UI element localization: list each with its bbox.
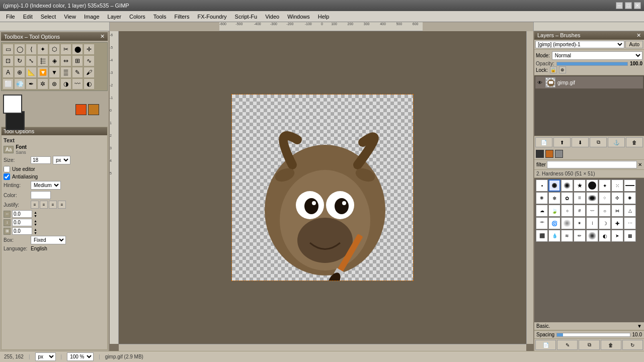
box-select[interactable]: Fixed Dynamic	[31, 236, 66, 244]
tool-perspective[interactable]: ◈	[49, 55, 60, 66]
minimize-button[interactable]: ─	[616, 2, 623, 9]
tool-smudge[interactable]: 〰	[72, 78, 83, 89]
unit-selector[interactable]: px % mm	[35, 352, 56, 361]
brush-item-dots[interactable]: ⠿	[574, 192, 586, 204]
opacity-slider[interactable]	[556, 62, 628, 66]
brush-item-cloud[interactable]: ☁	[536, 205, 548, 217]
menu-video[interactable]: Video	[261, 13, 283, 21]
brush-item-spiky[interactable]: ✺	[624, 192, 636, 204]
tool-select-color[interactable]: ⬡	[49, 44, 60, 55]
tool-measure[interactable]: 📐	[26, 67, 37, 78]
antialiasing-checkbox[interactable]	[4, 173, 10, 180]
brush-item-scatter[interactable]: ⁙	[611, 179, 623, 192]
offset-x-input[interactable]	[12, 210, 32, 218]
auto-button[interactable]: Auto	[625, 41, 643, 48]
anchor-layer-btn[interactable]: ⚓	[608, 137, 625, 147]
size-input[interactable]	[31, 156, 51, 164]
tool-clone[interactable]: ✲	[37, 78, 48, 89]
tool-convolve[interactable]: ◑	[60, 78, 71, 89]
brush-item-hash[interactable]: #	[574, 205, 586, 217]
brush-item-circle-rough[interactable]: ○	[599, 205, 611, 217]
brush-item-wing[interactable]: ⋈	[611, 205, 623, 217]
menu-file[interactable]: File	[2, 13, 19, 21]
toolbox-close[interactable]: ✕	[100, 33, 105, 40]
brush-item-moon[interactable]: ☽	[599, 217, 611, 229]
canvas-area[interactable]	[119, 31, 526, 344]
brush-item-arrow[interactable]: ➤	[611, 230, 623, 242]
tool-fuzzy-select[interactable]: ✦	[37, 44, 48, 55]
brush-item-cross[interactable]: ✚	[611, 217, 623, 229]
menu-fx-foundry[interactable]: FX-Foundry	[193, 13, 230, 21]
spacing-slider[interactable]	[556, 333, 630, 337]
menu-layer[interactable]: Layer	[104, 13, 126, 21]
brush-item[interactable]	[536, 179, 548, 192]
brush-item-ink[interactable]	[586, 192, 598, 204]
duplicate-brush-btn[interactable]: ⧉	[579, 340, 599, 350]
brush-item-splatter[interactable]: ⁘	[599, 192, 611, 204]
justify-fill[interactable]: ≡	[58, 201, 66, 209]
menu-view[interactable]: View	[60, 13, 80, 21]
right-bg-swatch[interactable]	[555, 150, 563, 158]
brush-item-water[interactable]: 💧	[548, 230, 560, 242]
orange-swatch[interactable]	[75, 104, 87, 115]
lock-position-btn[interactable]: ⊕	[559, 66, 566, 73]
menu-tools[interactable]: Tools	[149, 13, 171, 21]
tool-move[interactable]: ✛	[84, 44, 95, 55]
brush-item-smoke[interactable]: ≋	[561, 230, 573, 242]
lock-pixels-btn[interactable]: 🔒	[550, 66, 557, 73]
text-color-swatch[interactable]	[31, 191, 51, 199]
canvas-scrollbar-horizontal[interactable]	[119, 344, 526, 351]
brush-item-star2[interactable]: ✦	[599, 179, 611, 192]
menu-windows[interactable]: Windows	[283, 13, 314, 21]
menu-help[interactable]: Help	[314, 13, 334, 21]
tool-pencil[interactable]: ✎	[72, 67, 83, 78]
menu-select[interactable]: Select	[37, 13, 60, 21]
brush-item-wave[interactable]: 〰	[586, 205, 598, 217]
mode-select[interactable]: Normal Multiply Screen Overlay	[552, 51, 642, 60]
refresh-brush-btn[interactable]: ↻	[622, 340, 643, 350]
tool-text[interactable]: A	[3, 67, 14, 78]
brush-item-star[interactable]: ★	[574, 179, 586, 192]
tool-scissors[interactable]: ✂	[60, 44, 71, 55]
right-accent-swatch[interactable]	[545, 150, 553, 158]
brush-item-sharp[interactable]: ✴	[574, 217, 586, 229]
tool-eyedrop[interactable]: 🔽	[37, 67, 48, 78]
right-fg-swatch[interactable]	[536, 150, 544, 158]
offset-x-stepper[interactable]: ▲ ▼	[34, 211, 37, 218]
brush-item-leaf[interactable]: 🍃	[548, 205, 560, 217]
brush-filter-input[interactable]	[547, 161, 637, 168]
tool-bucket-fill[interactable]: ▼	[49, 67, 60, 78]
brush-item-hardness050[interactable]	[548, 179, 560, 192]
brush-item-snow[interactable]: ❄	[548, 192, 560, 204]
layers-close[interactable]: ✕	[636, 32, 641, 39]
brush-item-crescent[interactable]: ◐	[599, 230, 611, 242]
brush-item-texture[interactable]: ▩	[624, 230, 636, 242]
tool-rotate[interactable]: ↻	[14, 55, 25, 66]
tool-airbrush[interactable]: 💨	[14, 78, 25, 89]
duplicate-layer-btn[interactable]: ⧉	[590, 137, 607, 147]
new-layer-btn[interactable]: 📄	[535, 137, 552, 147]
layer-visibility-icon[interactable]: 👁	[536, 79, 543, 86]
brush-item-flower[interactable]: ✿	[561, 192, 573, 204]
delete-brush-btn[interactable]: 🗑	[601, 340, 621, 350]
filter-clear-btn[interactable]: ✕	[638, 162, 642, 167]
tool-fg-select[interactable]: ⬤	[72, 44, 83, 55]
brush-item-soft[interactable]	[561, 179, 573, 192]
canvas-scrollbar-vertical[interactable]	[526, 31, 533, 344]
hinting-select[interactable]: Medium None Slight Full	[31, 181, 61, 190]
basic-dropdown-icon[interactable]: ▼	[637, 323, 642, 329]
brush-item-splat[interactable]: ❋	[536, 192, 548, 204]
tool-erase[interactable]: ⬜	[3, 78, 14, 89]
justify-center[interactable]: ≡	[40, 201, 48, 209]
brush-item-feather[interactable]: ⟐	[561, 205, 573, 217]
menu-script-fu[interactable]: Script-Fu	[231, 13, 262, 21]
tool-ellipse-select[interactable]: ◯	[14, 44, 25, 55]
new-brush-btn[interactable]: 📄	[535, 340, 556, 350]
tool-align[interactable]: ⊞	[72, 55, 83, 66]
zoom-selector[interactable]: 100 % 50 % 200 %	[67, 352, 94, 361]
brush-item-lg[interactable]	[586, 179, 598, 192]
brush-item-blur[interactable]	[561, 217, 573, 229]
menu-edit[interactable]: Edit	[19, 13, 37, 21]
offset-y-stepper[interactable]: ▲ ▼	[34, 219, 37, 226]
brush-item-sketch[interactable]: ✏	[574, 230, 586, 242]
